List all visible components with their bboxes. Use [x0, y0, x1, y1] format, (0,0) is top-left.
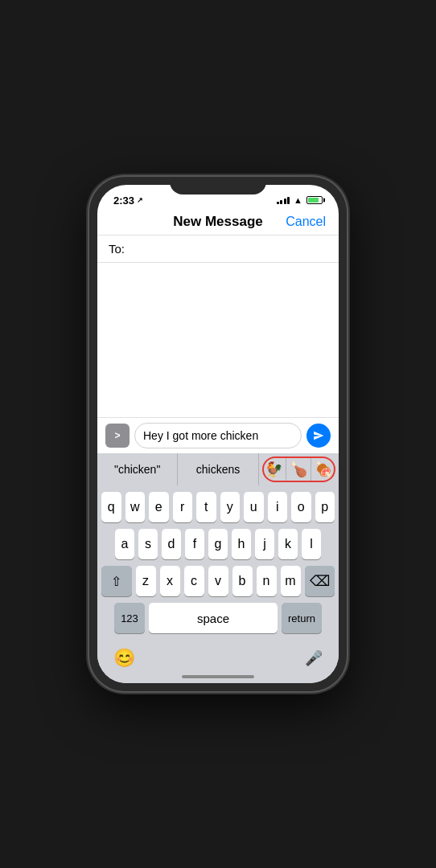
- key-j[interactable]: j: [255, 529, 274, 559]
- key-z[interactable]: z: [136, 566, 156, 596]
- key-r[interactable]: r: [173, 492, 193, 522]
- key-row-1: q w e r t y u i o p: [101, 492, 335, 522]
- wifi-icon: ▲: [294, 195, 302, 205]
- send-icon: [313, 430, 324, 441]
- key-w[interactable]: w: [125, 492, 146, 522]
- key-f[interactable]: f: [185, 529, 204, 559]
- nav-bar: New Message Cancel: [97, 211, 339, 235]
- emoji-chicken-3[interactable]: 🍖: [315, 461, 332, 478]
- mic-button[interactable]: 🎤: [305, 649, 323, 667]
- emoji-chicken-2[interactable]: 🍗: [290, 461, 307, 478]
- predictive-emoji-group[interactable]: 🐓 🍗 🍖: [259, 453, 339, 485]
- key-s[interactable]: s: [138, 529, 158, 559]
- battery-fill: [308, 198, 319, 203]
- key-v[interactable]: v: [208, 566, 228, 596]
- key-x[interactable]: x: [160, 566, 180, 596]
- key-row-4: 123 space return: [101, 603, 335, 633]
- to-field[interactable]: To:: [97, 235, 339, 263]
- pred-divider-1: [286, 458, 286, 481]
- key-row-2: a s d f g h j k l: [101, 529, 335, 559]
- key-g[interactable]: g: [208, 529, 228, 559]
- phone-screen: 2:33 ↗ ▲ New Message Cancel: [97, 185, 339, 683]
- app-drawer-button[interactable]: >: [105, 424, 130, 448]
- delete-key[interactable]: ⌫: [305, 566, 335, 596]
- status-icons: ▲: [277, 195, 323, 205]
- home-indicator: [97, 675, 339, 683]
- key-l[interactable]: l: [302, 529, 321, 559]
- predictive-item-chickens[interactable]: chickens: [178, 453, 258, 485]
- nav-title: New Message: [173, 214, 263, 230]
- phone-frame: 2:33 ↗ ▲ New Message Cancel: [89, 177, 347, 691]
- shift-key[interactable]: ⇧: [101, 566, 132, 596]
- input-bar: > Hey I got more chicken: [97, 417, 339, 453]
- predictive-bar: "chicken" chickens 🐓 🍗 🍖: [97, 453, 339, 485]
- bottom-bar: 😊 🎤: [97, 643, 339, 675]
- key-t[interactable]: t: [196, 492, 216, 522]
- pred-divider-2: [311, 458, 311, 481]
- emoji-button[interactable]: 😊: [113, 648, 135, 669]
- send-button[interactable]: [306, 424, 331, 448]
- location-icon: ↗: [137, 196, 143, 204]
- message-input[interactable]: Hey I got more chicken: [134, 423, 302, 448]
- key-m[interactable]: m: [281, 566, 301, 596]
- emoji-chicken-1[interactable]: 🐓: [265, 461, 282, 478]
- key-h[interactable]: h: [232, 529, 251, 559]
- message-area: [97, 263, 339, 417]
- key-p[interactable]: p: [315, 492, 335, 522]
- key-d[interactable]: d: [162, 529, 181, 559]
- cancel-button[interactable]: Cancel: [278, 215, 326, 229]
- key-n[interactable]: n: [257, 566, 277, 596]
- key-c[interactable]: c: [184, 566, 204, 596]
- key-k[interactable]: k: [278, 529, 298, 559]
- key-a[interactable]: a: [115, 529, 134, 559]
- key-q[interactable]: q: [101, 492, 121, 522]
- numbers-key[interactable]: 123: [114, 603, 145, 633]
- key-i[interactable]: i: [268, 492, 288, 522]
- key-o[interactable]: o: [291, 492, 311, 522]
- battery-icon: [306, 196, 323, 204]
- space-key[interactable]: space: [149, 603, 278, 633]
- return-key[interactable]: return: [282, 603, 322, 633]
- to-label: To:: [109, 242, 125, 256]
- keyboard: q w e r t y u i o p a s d f g h j k: [97, 485, 339, 643]
- message-text: Hey I got more chicken: [143, 429, 258, 442]
- key-e[interactable]: e: [149, 492, 169, 522]
- predictive-item-chicken-quoted[interactable]: "chicken": [97, 453, 178, 485]
- key-y[interactable]: y: [220, 492, 241, 522]
- signal-icon: [277, 196, 290, 204]
- notch: [170, 177, 266, 194]
- key-row-3: ⇧ z x c v b n m ⌫: [101, 566, 335, 596]
- key-b[interactable]: b: [232, 566, 253, 596]
- status-time: 2:33 ↗: [113, 194, 143, 207]
- home-bar: [182, 675, 254, 678]
- key-u[interactable]: u: [244, 492, 264, 522]
